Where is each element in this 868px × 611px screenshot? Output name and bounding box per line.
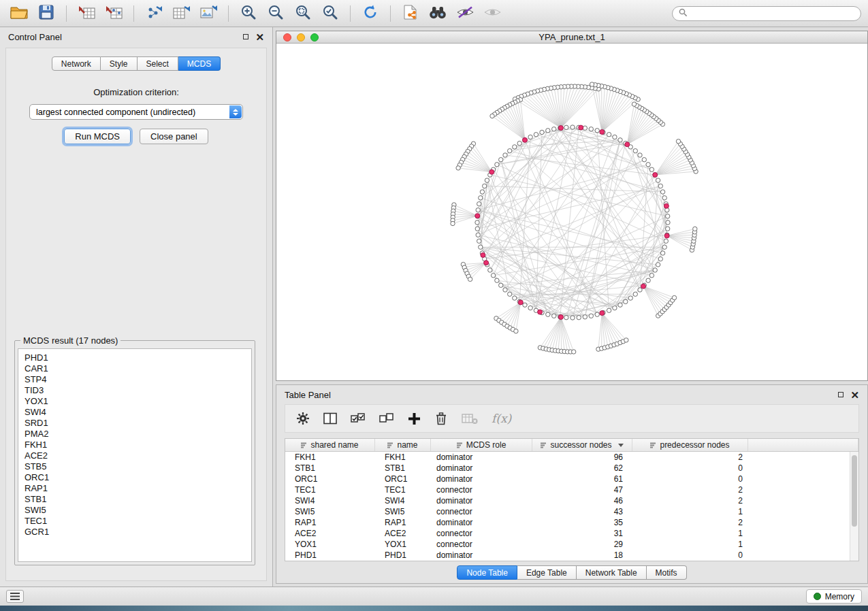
scrollbar-thumb[interactable] [852,455,857,527]
search-network-button[interactable] [425,3,450,24]
select-all-rows-button[interactable] [351,412,366,425]
table-row[interactable]: RAP1RAP1dominator352 [285,517,858,528]
function-builder-button[interactable]: f(x) [492,412,511,425]
table-row[interactable]: ORC1ORC1dominator610 [285,474,858,484]
table-row[interactable]: ACE2ACE2connector311 [285,528,858,539]
export-image-button[interactable] [196,3,221,24]
minimize-window-icon[interactable] [297,33,305,42]
import-network-button[interactable] [101,3,126,24]
show-all-button[interactable] [480,3,504,24]
column-header-predecessor-nodes[interactable]: predecessor nodes [632,439,748,451]
network-canvas[interactable] [276,44,867,380]
mcds-result-title: MCDS result (17 nodes) [20,335,120,346]
table-row[interactable]: YOX1YOX1connector291 [285,539,858,550]
zoom-out-button[interactable] [263,3,288,24]
search-input[interactable] [692,9,854,18]
close-window-icon[interactable] [283,33,291,42]
mcds-result-item[interactable]: PMA2 [25,429,251,440]
close-panel-icon[interactable]: ✕ [255,32,264,42]
tab-network[interactable]: Network [52,56,101,71]
cell-shared_name: STB1 [285,463,375,474]
open-folder-button[interactable] [7,3,31,24]
mcds-result-item[interactable]: SWI4 [25,407,251,418]
table-settings-button[interactable] [296,412,310,425]
table-tab-motifs[interactable]: Motifs [647,565,687,580]
tab-select[interactable]: Select [138,56,178,71]
cell-predecessor_nodes: 1 [632,539,748,550]
cell-successor_nodes: 96 [532,452,632,463]
show-columns-button[interactable] [323,412,337,425]
mcds-result-item[interactable]: CAR1 [25,363,251,374]
network-window-titlebar[interactable]: YPA_prune.txt_1 [276,31,867,44]
cell-successor_nodes: 43 [532,506,632,517]
mcds-result-item[interactable]: TEC1 [25,516,251,527]
mcds-result-item[interactable]: GCR1 [25,527,251,538]
mcds-result-item[interactable]: STP4 [25,374,251,385]
mcds-result-item[interactable]: YOX1 [25,396,251,407]
tab-mcds[interactable]: MCDS [178,56,221,71]
column-header-successor-nodes[interactable]: successor nodes [532,439,632,451]
deselect-all-rows-button[interactable] [379,412,394,425]
zoom-fit-button[interactable] [291,3,315,24]
float-panel-icon[interactable] [243,34,248,39]
delete-column-button[interactable] [434,412,448,425]
cell-predecessor_nodes: 1 [632,506,748,517]
table-row[interactable]: STB1STB1dominator620 [285,463,858,474]
cell-filler [748,495,858,506]
mcds-result-item[interactable]: PHD1 [25,352,251,363]
maximize-window-icon[interactable] [310,33,319,42]
mcds-result-item[interactable]: SRD1 [25,418,251,429]
cell-mcds_role: connector [431,539,532,550]
cell-name: TEC1 [375,484,431,495]
float-table-panel-icon[interactable] [838,392,843,397]
table-row[interactable]: FKH1FKH1dominator962 [285,452,858,463]
zoom-in-icon [240,4,257,23]
table-row[interactable]: PHD1PHD1dominator180 [285,550,858,561]
network-graph[interactable] [276,44,867,382]
column-header-shared-name[interactable]: shared name [285,439,375,451]
add-column-button[interactable] [408,412,421,425]
cell-shared_name: FKH1 [285,452,375,463]
column-header-MCDS-role[interactable]: MCDS role [431,439,532,451]
mcds-result-item[interactable]: RAP1 [25,483,251,494]
refresh-button[interactable] [358,3,383,24]
toolbar-separator [228,5,229,22]
table-tab-network-table[interactable]: Network Table [577,565,647,580]
run-mcds-button[interactable]: Run MCDS [64,129,131,144]
mcds-result-item[interactable]: STB1 [25,494,251,505]
share-session-button[interactable] [398,3,423,24]
search-field[interactable] [672,6,861,21]
close-panel-button[interactable]: Close panel [140,129,208,144]
export-network-button[interactable] [142,3,166,24]
table-tab-edge-table[interactable]: Edge Table [517,565,577,580]
mcds-result-item[interactable]: STB5 [25,461,251,472]
mcds-result-item[interactable]: FKH1 [25,440,251,450]
cell-name: PHD1 [375,550,431,561]
column-header-name[interactable]: name [375,439,431,451]
hide-selected-button[interactable] [453,3,477,24]
table-row[interactable]: TEC1TEC1connector472 [285,484,858,495]
zoom-in-button[interactable] [236,3,261,24]
mcds-result-item[interactable]: ACE2 [25,450,251,461]
mcds-result-item[interactable]: TID3 [25,385,251,396]
export-table-button[interactable] [169,3,193,24]
save-session-button[interactable] [34,3,59,24]
table-tab-node-table[interactable]: Node Table [457,565,517,580]
mcds-result-item[interactable]: ORC1 [25,472,251,483]
sort-icon [387,442,393,448]
table-row[interactable]: SWI5SWI5connector431 [285,506,858,517]
table-row[interactable]: SWI4SWI4dominator462 [285,495,858,506]
binoculars-icon [428,5,447,22]
criterion-select[interactable]: largest connected component (undirected) [29,104,243,120]
tab-style[interactable]: Style [101,56,138,71]
cell-successor_nodes: 47 [532,484,632,495]
close-table-panel-icon[interactable]: ✕ [850,390,859,400]
status-menu-button[interactable] [6,590,24,603]
table-vertical-scrollbar[interactable] [850,452,858,561]
mcds-result-item[interactable]: SWI5 [25,505,251,516]
mcds-result-list[interactable]: PHD1CAR1STP4TID3YOX1SWI4SRD1PMA2FKH1ACE2… [18,348,252,562]
zoom-selected-button[interactable] [318,3,342,24]
import-table-button[interactable] [74,3,99,24]
column-dropdown-icon[interactable] [618,444,624,447]
memory-button[interactable]: Memory [806,589,862,604]
